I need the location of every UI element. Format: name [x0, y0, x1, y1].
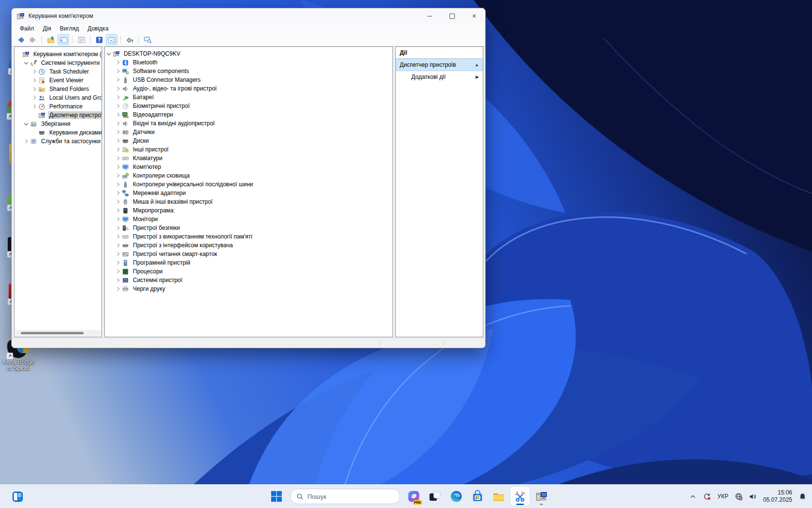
- device-category-monitors[interactable]: Монітори: [105, 215, 392, 224]
- collapse-icon[interactable]: ▲: [475, 62, 479, 67]
- file-explorer-icon[interactable]: [489, 487, 508, 506]
- language-indicator[interactable]: УКР: [714, 487, 731, 506]
- expander-icon[interactable]: [114, 105, 121, 107]
- device-category-smartcard[interactable]: Пристрої читання смарт-карток: [105, 250, 392, 258]
- expander-icon[interactable]: [114, 70, 121, 73]
- expander-icon[interactable]: [14, 53, 22, 56]
- search-box[interactable]: Пошук: [290, 489, 400, 504]
- expander-icon[interactable]: [22, 123, 29, 125]
- device-category-processors[interactable]: Процесори: [105, 267, 392, 276]
- tree-item-local-users[interactable]: Local Users and Groups: [14, 93, 102, 102]
- menu-view[interactable]: Вигляд: [56, 24, 83, 33]
- device-category-hid[interactable]: Пристрої з інтерфейсом користувача: [105, 241, 392, 250]
- tree-item-task-scheduler[interactable]: Task Scheduler: [14, 67, 102, 76]
- expander-icon[interactable]: [30, 105, 38, 108]
- device-category-batteries[interactable]: Батареї: [105, 93, 392, 102]
- expander-icon[interactable]: [114, 174, 121, 177]
- device-category-memory-tech[interactable]: Пристрої з використанням технології пам'…: [105, 232, 392, 241]
- expander-icon[interactable]: [114, 261, 121, 264]
- expander-icon[interactable]: [22, 62, 29, 64]
- expander-icon[interactable]: [114, 96, 121, 99]
- expander-icon[interactable]: [30, 70, 38, 73]
- maximize-button[interactable]: [441, 8, 463, 24]
- device-category-system[interactable]: Системні пристрої: [105, 276, 392, 284]
- update-status-button[interactable]: [700, 487, 713, 506]
- expander-icon[interactable]: [114, 165, 121, 168]
- expander-icon[interactable]: [114, 148, 121, 151]
- tree-item-computer-management[interactable]: Керування комп'ютером (лок: [14, 50, 102, 59]
- device-category-mice[interactable]: Миша й інші вказівні пристрої: [105, 197, 392, 206]
- tree-item-system-tools[interactable]: Системні інструменти: [14, 59, 102, 67]
- show-console-tree-button[interactable]: [58, 34, 69, 45]
- expander-icon[interactable]: [114, 270, 121, 273]
- expander-icon[interactable]: [114, 279, 121, 282]
- close-button[interactable]: ✕: [463, 8, 485, 24]
- actions-more-actions[interactable]: Додаткові дії ▶: [396, 71, 483, 83]
- tree-item-event-viewer[interactable]: Event Viewer: [14, 76, 102, 85]
- menu-file[interactable]: Файл: [15, 24, 39, 33]
- task-view-icon[interactable]: [425, 487, 445, 506]
- device-category-audio[interactable]: Аудіо-, відео- та ігрові пристрої: [105, 84, 392, 93]
- tree-item-storage[interactable]: Зберігання: [14, 120, 102, 128]
- expander-icon[interactable]: [114, 287, 121, 290]
- snipping-tool-icon[interactable]: [510, 487, 530, 506]
- show-action-pane-button[interactable]: [106, 34, 117, 45]
- device-category-bluetooth[interactable]: Bluetooth: [105, 58, 392, 67]
- volume-button[interactable]: [746, 487, 759, 506]
- expander-icon[interactable]: [114, 122, 121, 125]
- device-root[interactable]: DESKTOP-N9QC9KV: [105, 49, 392, 58]
- tray-overflow-button[interactable]: [686, 487, 699, 506]
- menu-help[interactable]: Довідка: [83, 24, 113, 33]
- tree-item-services[interactable]: Служби та застосунки: [14, 137, 102, 146]
- expander-icon[interactable]: [114, 131, 121, 134]
- expander-icon[interactable]: [114, 253, 121, 255]
- device-category-security[interactable]: Пристрої безпеки: [105, 224, 392, 232]
- horizontal-scrollbar[interactable]: [15, 330, 101, 336]
- network-button[interactable]: [732, 487, 745, 506]
- copilot-icon[interactable]: PRE: [404, 487, 423, 506]
- start-button[interactable]: [267, 487, 286, 506]
- device-category-storage-controllers[interactable]: Контролери сховища: [105, 171, 392, 180]
- menu-action[interactable]: Дія: [39, 24, 56, 33]
- update-driver-button[interactable]: [124, 34, 135, 45]
- expander-icon[interactable]: [114, 113, 121, 116]
- tree-item-shared-folders[interactable]: Shared Folders: [14, 85, 102, 93]
- clock[interactable]: 15:0605.07.2025: [760, 487, 795, 506]
- device-category-audio-io[interactable]: Вхідні та вихідні аудіопристрої: [105, 119, 392, 128]
- notifications-button[interactable]: [796, 487, 809, 506]
- expander-icon[interactable]: [114, 157, 121, 160]
- tree-item-device-manager[interactable]: Диспетчер пристроїв: [14, 111, 102, 120]
- expander-icon[interactable]: [114, 209, 121, 212]
- expander-icon[interactable]: [114, 226, 121, 229]
- computer-management-icon[interactable]: [532, 487, 551, 506]
- expander-icon[interactable]: [114, 244, 121, 247]
- expander-icon[interactable]: [105, 53, 112, 55]
- expander-icon[interactable]: [30, 88, 38, 90]
- device-category-disks[interactable]: Диски: [105, 136, 392, 145]
- expander-icon[interactable]: [114, 78, 121, 81]
- device-category-computer[interactable]: Комп'ютер: [105, 163, 392, 171]
- expander-icon[interactable]: [114, 61, 121, 64]
- device-category-display-adapters[interactable]: Відеоадаптери: [105, 110, 392, 119]
- expander-icon[interactable]: [114, 235, 121, 238]
- expander-icon[interactable]: [114, 87, 121, 90]
- device-category-usb-controllers[interactable]: Контролери універсальної послідовної шин…: [105, 180, 392, 189]
- actions-group-device-manager[interactable]: Диспетчер пристроїв ▲: [396, 59, 483, 71]
- device-category-biometric[interactable]: Біометричні пристрої: [105, 102, 392, 110]
- expander-icon[interactable]: [30, 114, 38, 117]
- properties-button[interactable]: [75, 34, 87, 45]
- minimize-button[interactable]: [419, 8, 441, 24]
- back-button[interactable]: [14, 34, 26, 45]
- expander-icon[interactable]: [30, 79, 38, 82]
- device-category-software-device[interactable]: Програмний пристрій: [105, 258, 392, 267]
- tree-item-disk-management[interactable]: Керування дисками: [14, 128, 102, 137]
- device-category-software-components[interactable]: Software components: [105, 67, 392, 75]
- widgets-button[interactable]: [8, 487, 27, 506]
- expander-icon[interactable]: [114, 200, 121, 203]
- expander-icon[interactable]: [114, 139, 121, 142]
- expander-icon[interactable]: [22, 140, 29, 143]
- device-category-sensors[interactable]: Датчики: [105, 128, 392, 136]
- forward-button[interactable]: [27, 34, 39, 45]
- edge-icon[interactable]: [447, 487, 466, 506]
- device-category-keyboards[interactable]: Клавіатури: [105, 154, 392, 163]
